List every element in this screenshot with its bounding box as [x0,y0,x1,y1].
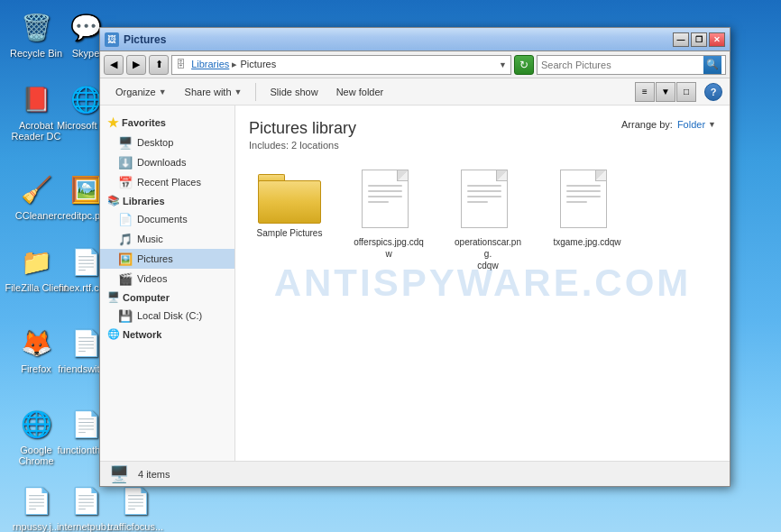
file-name: offerspics.jpg.cdqw [354,236,424,260]
forward-button[interactable]: ▶ [126,55,146,75]
desktop-icon-bottom3[interactable]: 📄 trafficfocus... [104,482,167,532]
doc-body [362,170,409,228]
minimize-button[interactable]: — [673,32,689,47]
doc-icon [362,170,416,233]
doc-line [566,196,601,197]
share-chevron: ▼ [234,87,243,96]
toolbar: Organize ▼ Share with ▼ Slide show New f… [100,78,730,105]
doc-line [467,201,488,203]
doc-icon [560,170,614,233]
computer-header[interactable]: 🖥️ Computer [100,289,234,306]
organize-button[interactable]: Organize ▼ [107,81,175,103]
desktop: 🗑️ Recycle Bin 💬 Skype 📕 Acrobat Reader … [0,0,781,532]
refresh-button[interactable]: ↻ [514,55,534,75]
bottom2-icon: 📄 [68,482,104,518]
sidebar-item-pictures[interactable]: 🖼️ Pictures [100,249,234,269]
sidebar-item-desktop[interactable]: 🖥️ Desktop [100,133,234,152]
desktop-icon-label: rnpussy.j... [13,521,60,532]
arrange-by-label: Arrange by: [621,119,673,130]
view-preview-button[interactable]: □ [676,82,696,102]
file-item-operationscar[interactable]: operationscar.png.cdqw [447,164,528,277]
libraries-header[interactable]: 📚 Libraries [100,192,234,209]
filezilla-icon: 📁 [18,243,54,280]
desktop-icon-label: CCleaner [15,210,57,221]
doc-line [368,185,402,187]
functionthu-icon: 📄 [68,406,104,442]
slideshow-button[interactable]: Slide show [262,81,326,103]
music-icon: 🎵 [118,232,133,246]
address-bar: ◀ ▶ ⬆ 🗄 Libraries ▸ Pictures ▼ ↻ 🔍 [100,51,730,78]
star-icon: ★ [107,115,119,130]
file-item-sample-pictures[interactable]: Sample Pictures [249,164,330,277]
creditpc-icon: 🖼️ [68,171,104,207]
firefox-icon: 🦊 [18,325,54,361]
doc-line [467,190,501,192]
window-controls: — ❐ ✕ [673,32,725,47]
libraries-folder-icon: 📚 [107,195,120,206]
toolbar-separator [255,83,256,101]
skype-icon: 💬 [68,9,104,45]
videos-icon: 🎬 [118,271,133,286]
recycle-bin-icon: 🗑️ [18,9,54,45]
network-header[interactable]: 🌐 Network [100,326,234,343]
microsoft-edge-icon: 🌐 [68,81,104,117]
doc-fold [496,170,507,181]
search-button[interactable]: 🔍 [703,56,721,74]
file-item-txgame[interactable]: txgame.jpg.cdqw [547,164,628,277]
view-dropdown-button[interactable]: ▼ [656,82,675,102]
doc-fold [595,170,606,181]
sidebar-item-documents[interactable]: 📄 Documents [100,209,234,229]
share-with-button[interactable]: Share with ▼ [177,81,251,103]
arrange-bar: Arrange by: Folder ▼ [621,119,716,130]
recent-places-icon: 📅 [118,175,133,189]
ccleaner-icon: 🧹 [18,171,54,207]
computer-icon: 🖥️ [107,291,120,303]
folder-icon [258,170,321,224]
new-folder-button[interactable]: New folder [328,81,392,103]
back-button[interactable]: ◀ [104,55,124,75]
close-button[interactable]: ✕ [709,32,725,47]
documents-icon: 📄 [118,212,133,226]
address-dropdown[interactable]: 🗄 Libraries ▸ Pictures ▼ [171,55,511,75]
sidebar: ★ Favorites 🖥️ Desktop ⬇️ Downloads 📅 Re… [100,105,235,461]
search-input[interactable] [541,60,703,70]
title-bar: 🖼 Pictures — ❐ ✕ [100,28,730,51]
desktop-icon-sidebar: 🖥️ [118,135,133,150]
doc-body [560,170,607,228]
status-bar: 🖥️ 4 items [100,461,730,486]
files-grid: Sample Pictures [249,164,716,277]
help-button[interactable]: ? [704,83,722,101]
content-pane: ANTISPYWARE.COM Pictures library Include… [235,105,730,461]
arrange-chevron: ▼ [708,120,716,129]
search-box: 🔍 [537,55,726,75]
view-buttons: ≡ ▼ □ [635,82,696,102]
doc-line [467,185,501,187]
sidebar-item-recent-places[interactable]: 📅 Recent Places [100,172,234,192]
desktop-icon-label: trafficfocus... [107,521,163,532]
doc-line [368,196,402,197]
friendswitch-icon: 📄 [68,325,104,361]
view-list-button[interactable]: ≡ [635,82,655,102]
desktop-icon-label: Skype [72,48,100,59]
file-item-offerspics[interactable]: offerspics.jpg.cdqw [348,164,429,277]
pictures-icon: 🖼️ [118,252,133,266]
sidebar-item-videos[interactable]: 🎬 Videos [100,269,234,289]
google-chrome-icon: 🌐 [18,406,54,442]
doc-icon [461,170,515,233]
address-text: 🗄 Libraries ▸ Pictures [176,59,276,70]
bottom1-icon: 📄 [18,482,54,518]
sidebar-item-local-disk[interactable]: 💾 Local Disk (C:) [100,306,234,326]
address-dropdown-chevron: ▼ [499,60,507,69]
bottom3-icon: 📄 [117,482,153,518]
arrange-by-dropdown[interactable]: Folder ▼ [677,119,716,130]
sidebar-item-music[interactable]: 🎵 Music [100,229,234,249]
sidebar-item-downloads[interactable]: ⬇️ Downloads [100,152,234,172]
doc-line [368,201,389,203]
doc-line [566,201,587,203]
restore-button[interactable]: ❐ [691,32,707,47]
doc-line [566,185,601,187]
up-button[interactable]: ⬆ [149,55,169,75]
favorites-header[interactable]: ★ Favorites [100,113,234,133]
doc-line [368,190,402,192]
status-text: 4 items [138,469,170,480]
